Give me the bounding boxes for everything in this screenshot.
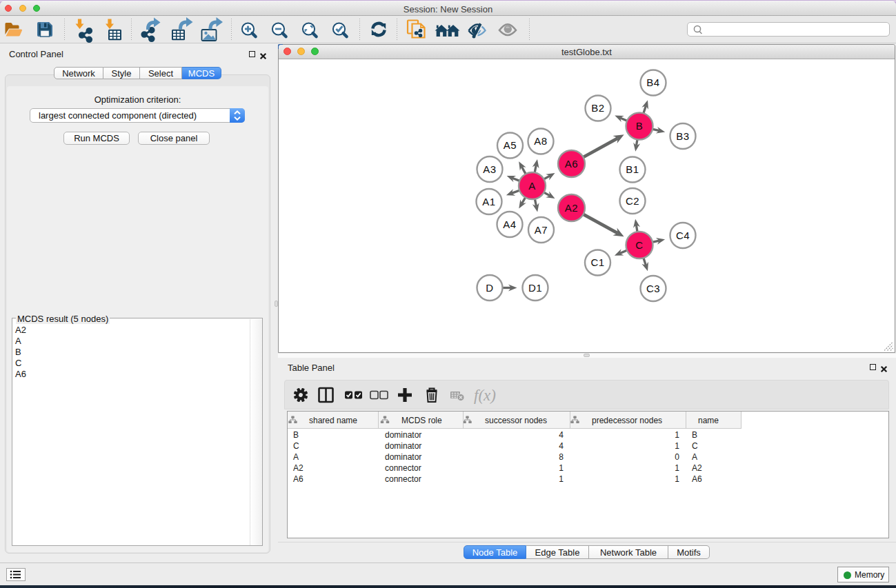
- svg-text:A1: A1: [482, 196, 495, 207]
- svg-text:C2: C2: [626, 195, 639, 207]
- svg-text:A3: A3: [483, 163, 496, 175]
- svg-text:A5: A5: [504, 139, 517, 151]
- svg-text:C1: C1: [590, 256, 604, 268]
- svg-text:D1: D1: [528, 282, 542, 294]
- svg-text:A2: A2: [565, 202, 578, 214]
- svg-text:A4: A4: [503, 219, 516, 230]
- svg-text:A: A: [528, 180, 536, 192]
- svg-text:B: B: [636, 120, 644, 132]
- svg-text:D: D: [486, 282, 493, 294]
- svg-text:B4: B4: [646, 77, 659, 88]
- svg-text:B2: B2: [591, 102, 604, 114]
- svg-text:f(x): f(x): [474, 387, 496, 404]
- svg-text:A6: A6: [565, 158, 578, 170]
- svg-text:B1: B1: [626, 163, 639, 175]
- svg-text:C: C: [635, 239, 643, 251]
- svg-text:C4: C4: [676, 230, 690, 241]
- svg-text:A8: A8: [534, 135, 547, 147]
- svg-text:B3: B3: [676, 130, 689, 142]
- svg-text:C3: C3: [646, 283, 660, 294]
- svg-text:A7: A7: [535, 224, 548, 236]
